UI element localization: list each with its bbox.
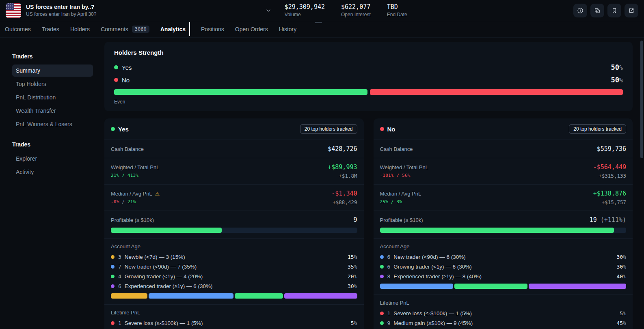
- yes-dot-icon: [114, 65, 118, 69]
- item-label: Medium gain (≥$10k) — 9 (45%): [393, 320, 473, 326]
- median-pnl-row: Median / Avg PnL 25% / 3% +$138,876 +$15…: [374, 184, 633, 211]
- outcome-cards-row: Yes 20 top holders tracked Cash Balance …: [104, 118, 633, 329]
- account-age-section: Account Age 3 Newbie (<7d) — 3 (15%) 15%…: [104, 238, 364, 304]
- profitable-row: Profitable (≥ $10k) 19 (+111%): [374, 211, 633, 238]
- list-item: 7 New trader (<90d) — 7 (35%) 35%: [111, 264, 357, 270]
- profitable-bar: [111, 228, 357, 233]
- median-pnl-sub: -0% / 21%: [111, 199, 160, 204]
- sidebar-item-activity[interactable]: Activity: [12, 166, 93, 178]
- page-body: Traders Summary Top Holders PnL Distribu…: [0, 38, 644, 329]
- chevron-down-icon[interactable]: [263, 5, 274, 16]
- bar-segment: [111, 293, 147, 299]
- strength-bar: [114, 89, 623, 95]
- category-dot-icon: [380, 265, 384, 269]
- sidebar-section-traders: Traders: [12, 53, 93, 60]
- tab-trades[interactable]: Trades: [42, 26, 59, 32]
- tab-comments[interactable]: Comments 3060: [101, 26, 149, 33]
- tab-open-orders-label: Open Orders: [235, 26, 268, 32]
- median-pnl-row: Median / Avg PnL⚠ -0% / 21% -$1,340 +$88…: [104, 184, 364, 211]
- lifetime-pnl-title: Lifetime PnL: [380, 300, 627, 306]
- item-label: Severe loss (≤-$100k) — 1 (5%): [393, 310, 472, 316]
- list-item: 6 Experienced trader (≥1y) — 6 (30%) 30%: [111, 283, 357, 289]
- cash-balance-value: $428,726: [328, 145, 357, 153]
- account-age-bar: [111, 293, 357, 299]
- list-item: 1 Severe loss (≤-$100k) — 1 (5%) 5%: [380, 310, 627, 316]
- bar-segment: [149, 293, 233, 299]
- category-dot-icon: [380, 275, 384, 278]
- profitable-value: 9: [353, 216, 357, 224]
- list-item: 9 Medium gain (≥$10k) — 9 (45%) 45%: [380, 320, 627, 326]
- weighted-pnl-value: +$89,993: [328, 163, 357, 171]
- holders-strength-title: Holders Strength: [114, 49, 623, 56]
- category-dot-icon: [111, 265, 115, 269]
- tab-holders[interactable]: Holders: [70, 26, 90, 32]
- outcome-card-no-header: No 20 top holders tracked: [374, 118, 633, 140]
- sidebar-spacer: [12, 131, 93, 141]
- page-scrollbar-thumb[interactable]: [640, 41, 643, 158]
- outcome-card-yes-header: Yes 20 top holders tracked: [104, 118, 364, 140]
- category-dot-icon: [111, 255, 115, 259]
- strength-row-yes: Yes 50%: [114, 63, 623, 71]
- tab-open-orders[interactable]: Open Orders: [235, 26, 268, 32]
- bookmark-button[interactable]: [607, 4, 621, 17]
- weighted-pnl-label: Weighted / Total PnL: [111, 164, 160, 170]
- weighted-pnl-value: -$564,449: [593, 163, 626, 171]
- list-item: 3 Newbie (<7d) — 3 (15%) 15%: [111, 254, 357, 260]
- item-count: 7: [118, 264, 121, 270]
- category-dot-icon: [111, 275, 115, 278]
- market-title: US forces enter Iran by..?: [26, 4, 96, 10]
- profitable-label: Profitable (≥ $10k): [380, 217, 423, 223]
- comments-count-badge: 3060: [132, 26, 149, 33]
- tab-analytics[interactable]: Analytics: [160, 22, 190, 36]
- account-age-title: Account Age: [380, 243, 627, 249]
- lifetime-pnl-title: Lifetime PnL: [111, 310, 357, 316]
- profitable-bar-fill: [111, 228, 222, 233]
- item-count: 8: [387, 273, 391, 280]
- stat-open-interest: $622,077 Open Interest: [341, 3, 371, 17]
- weighted-pnl-label: Weighted / Total PnL: [380, 164, 429, 170]
- strength-no-value: 50%: [611, 76, 623, 84]
- item-pct: 35%: [348, 264, 357, 270]
- weighted-pnl-sub: -101% / 56%: [380, 173, 429, 178]
- sidebar-item-summary[interactable]: Summary: [12, 65, 93, 77]
- tab-positions[interactable]: Positions: [201, 26, 224, 32]
- weighted-pnl-row: Weighted / Total PnL 21% / 413% +$89,993…: [104, 158, 364, 184]
- strength-bar-yes-segment: [114, 89, 367, 95]
- weighted-pnl-secondary: +$315,133: [599, 173, 626, 179]
- outcome-name: Yes: [118, 126, 129, 133]
- copy-button[interactable]: [590, 4, 604, 17]
- item-count: 3: [118, 254, 121, 260]
- weighted-pnl-secondary: +$1.8M: [339, 173, 357, 179]
- list-item: 4 Growing trader (<1y) — 4 (20%) 20%: [111, 273, 357, 280]
- stat-end-date-value: TBD: [387, 3, 407, 11]
- external-link-button[interactable]: [625, 4, 638, 17]
- stat-volume: $29,309,942 Volume: [285, 3, 325, 17]
- stat-end-date-label: End Date: [387, 12, 407, 17]
- sidebar-item-pnl-distribution[interactable]: PnL Distribution: [12, 91, 93, 103]
- tab-outcomes[interactable]: Outcomes: [5, 26, 31, 32]
- item-count: 4: [118, 273, 121, 280]
- header-actions: [573, 4, 638, 17]
- market-stats: $29,309,942 Volume $622,077 Open Interes…: [285, 3, 407, 17]
- sidebar-item-pnl-winners-losers[interactable]: PnL Winners & Losers: [12, 118, 93, 130]
- cash-balance-label: Cash Balance: [111, 146, 144, 152]
- item-pct: 20%: [348, 273, 357, 280]
- median-pnl-value: +$138,876: [593, 190, 626, 197]
- item-pct: 5%: [620, 310, 626, 316]
- account-age-section: Account Age 6 New trader (<90d) — 6 (30%…: [374, 238, 633, 295]
- list-item: 6 Growing trader (<1y) — 6 (30%) 30%: [380, 264, 627, 270]
- bar-segment: [284, 293, 357, 299]
- strength-row-no: No 50%: [114, 76, 623, 84]
- tab-history[interactable]: History: [279, 26, 297, 32]
- sidebar-item-explorer[interactable]: Explorer: [12, 153, 93, 165]
- info-button[interactable]: [573, 4, 587, 17]
- warning-icon: ⚠: [155, 191, 160, 197]
- sidebar-item-wealth-transfer[interactable]: Wealth Transfer: [12, 105, 93, 117]
- holders-strength-card: Holders Strength Yes 50% No 50% Even: [104, 42, 633, 111]
- yes-dot-icon: [111, 127, 115, 131]
- sidebar-item-top-holders[interactable]: Top Holders: [12, 78, 93, 90]
- weighted-pnl-sub: 21% / 413%: [111, 173, 160, 178]
- tabs-scrollbar[interactable]: [315, 22, 322, 23]
- item-label: Growing trader (<1y) — 6 (30%): [393, 264, 471, 270]
- tab-history-label: History: [279, 26, 297, 32]
